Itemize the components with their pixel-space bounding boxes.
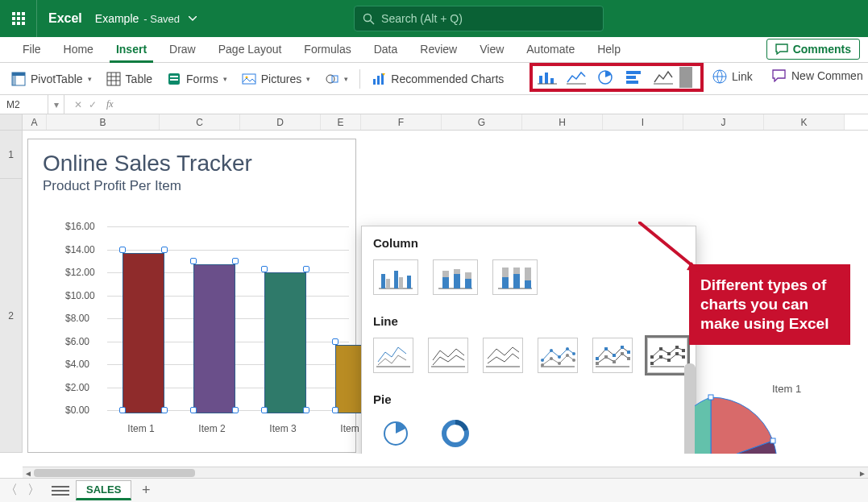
column-header[interactable]: D xyxy=(240,114,321,130)
embedded-chart[interactable]: Online Sales Tracker Product Profit Per … xyxy=(27,139,356,453)
stacked-line-markers-option[interactable] xyxy=(592,338,633,373)
chart-plot-area[interactable]: $0.00$2.00$4.00$6.00$8.00$10.00$12.00$14… xyxy=(65,226,349,413)
cancel-formula-icon[interactable]: ✕ xyxy=(74,99,82,110)
worksheet-grid[interactable]: 1 2 Online Sales Tracker Product Profit … xyxy=(0,131,868,454)
100-stacked-column-option[interactable] xyxy=(492,259,538,295)
svg-point-61 xyxy=(550,357,553,360)
shapes-button[interactable]: ▾ xyxy=(322,69,351,89)
chevron-down-icon: ▾ xyxy=(344,75,348,83)
tab-formulas[interactable]: Formulas xyxy=(293,38,362,62)
chart-types-highlight xyxy=(530,63,704,92)
column-header[interactable]: A xyxy=(23,114,47,130)
tab-page-layout[interactable]: Page Layout xyxy=(207,38,293,62)
line-option[interactable] xyxy=(373,338,413,373)
column-header[interactable]: K xyxy=(764,114,845,130)
recommended-charts-button[interactable]: Recommended Charts xyxy=(368,69,507,89)
tab-insert[interactable]: Insert xyxy=(105,38,158,62)
forms-button[interactable]: Forms ▾ xyxy=(164,69,230,89)
new-comment-button[interactable]: New Commen xyxy=(772,69,863,82)
scrollbar-thumb[interactable] xyxy=(34,469,195,477)
line-chart-button[interactable] xyxy=(563,67,589,88)
svg-rect-13 xyxy=(243,74,255,84)
search-box[interactable] xyxy=(354,6,604,31)
chart-section-header: Pie xyxy=(362,383,696,411)
tab-data[interactable]: Data xyxy=(363,38,409,62)
chevron-down-icon: ▾ xyxy=(223,75,227,83)
svg-rect-42 xyxy=(465,279,471,288)
column-header[interactable]: I xyxy=(603,114,683,130)
column-header[interactable]: E xyxy=(321,114,361,130)
sheet-tab[interactable]: SALES xyxy=(76,480,131,500)
chevron-down-icon[interactable] xyxy=(185,10,201,27)
doughnut-option[interactable] xyxy=(433,416,478,451)
title-bar: Excel Example - Saved xyxy=(0,0,868,37)
svg-rect-85 xyxy=(675,352,679,355)
chart-title[interactable]: Online Sales Tracker xyxy=(28,139,355,178)
tab-home[interactable]: Home xyxy=(52,38,105,62)
panel-scrollbar[interactable] xyxy=(684,363,696,454)
tab-file[interactable]: File xyxy=(11,38,52,62)
recommended-charts-icon xyxy=(372,72,386,86)
svg-rect-66 xyxy=(596,357,599,360)
svg-rect-41 xyxy=(454,269,460,274)
stacked-column-option[interactable] xyxy=(433,259,478,295)
fx-icon[interactable]: fx xyxy=(106,98,114,110)
name-box[interactable]: M2 xyxy=(0,95,48,114)
tab-view[interactable]: View xyxy=(468,38,515,62)
horizontal-scrollbar[interactable]: ◄ ► xyxy=(23,467,868,478)
expand-chart-types-button[interactable] xyxy=(679,67,692,88)
chart-bar[interactable] xyxy=(123,253,164,414)
svg-rect-21 xyxy=(545,73,548,84)
comments-button[interactable]: Comments xyxy=(766,39,860,60)
column-header[interactable]: G xyxy=(442,114,522,130)
row-header[interactable]: 1 xyxy=(0,131,23,179)
pie-option[interactable] xyxy=(373,416,418,451)
column-header[interactable]: B xyxy=(47,114,160,130)
add-sheet-button[interactable]: + xyxy=(138,483,154,499)
name-box-dropdown[interactable]: ▾ xyxy=(48,95,64,114)
app-launcher-icon[interactable] xyxy=(0,0,37,37)
row-header[interactable]: 2 xyxy=(0,179,23,453)
column-header[interactable]: J xyxy=(683,114,764,130)
area-chart-button[interactable] xyxy=(650,67,676,88)
scroll-left-button[interactable]: ◄ xyxy=(23,467,34,479)
pie-chart-button[interactable] xyxy=(592,67,618,88)
tab-review[interactable]: Review xyxy=(409,38,468,62)
link-button[interactable]: Link xyxy=(712,69,753,84)
column-chart-button[interactable] xyxy=(534,67,560,88)
pivottable-button[interactable]: PivotTable ▾ xyxy=(8,69,95,89)
svg-rect-28 xyxy=(626,81,638,84)
search-input[interactable] xyxy=(381,12,595,25)
next-sheet-button[interactable]: 〉 xyxy=(26,483,42,499)
select-all-cell[interactable] xyxy=(0,114,23,130)
column-header[interactable]: C xyxy=(160,114,240,130)
svg-rect-26 xyxy=(626,71,641,74)
ribbon-tabs: File Home Insert Draw Page Layout Formul… xyxy=(0,37,868,63)
100-stacked-line-option[interactable] xyxy=(483,338,523,373)
tab-help[interactable]: Help xyxy=(586,38,632,62)
svg-point-0 xyxy=(364,14,372,21)
prev-sheet-button[interactable]: 〈 xyxy=(3,483,19,499)
enter-formula-icon[interactable]: ✓ xyxy=(89,99,97,110)
svg-rect-72 xyxy=(604,355,608,359)
pictures-button[interactable]: Pictures ▾ xyxy=(239,69,314,89)
table-button[interactable]: Table xyxy=(103,69,156,89)
document-name[interactable]: Example xyxy=(95,12,143,25)
svg-rect-71 xyxy=(596,362,599,365)
stacked-line-option[interactable] xyxy=(428,338,468,373)
all-sheets-button[interactable] xyxy=(52,483,69,499)
clustered-column-option[interactable] xyxy=(373,259,418,295)
chart-bar[interactable] xyxy=(264,272,306,413)
chart-subtitle[interactable]: Product Profit Per Item xyxy=(28,178,355,204)
bar-chart-button[interactable] xyxy=(621,67,647,88)
column-header[interactable]: H xyxy=(522,114,603,130)
tab-draw[interactable]: Draw xyxy=(158,38,207,62)
scroll-right-button[interactable]: ► xyxy=(857,467,868,479)
column-header[interactable]: F xyxy=(361,114,442,130)
embedded-pie-chart[interactable]: Item 1 Item 2 Item 3 xyxy=(695,375,856,454)
chart-bar[interactable] xyxy=(193,264,235,413)
100-stacked-line-markers-option[interactable] xyxy=(647,338,687,373)
svg-rect-73 xyxy=(613,360,616,363)
line-markers-option[interactable] xyxy=(538,338,578,373)
tab-automate[interactable]: Automate xyxy=(515,38,586,62)
